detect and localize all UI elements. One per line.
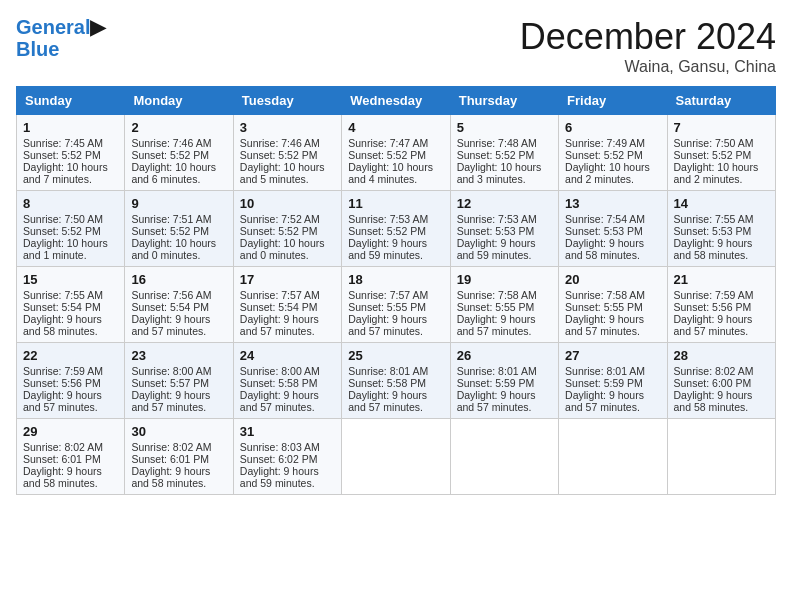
sunrise-text: Sunrise: 7:52 AM	[240, 213, 335, 225]
day-number: 24	[240, 348, 335, 363]
daylight-text: Daylight: 10 hours and 4 minutes.	[348, 161, 443, 185]
sunrise-text: Sunrise: 7:57 AM	[348, 289, 443, 301]
calendar-day-cell: 27Sunrise: 8:01 AMSunset: 5:59 PMDayligh…	[559, 343, 667, 419]
calendar-day-cell: 15Sunrise: 7:55 AMSunset: 5:54 PMDayligh…	[17, 267, 125, 343]
sunset-text: Sunset: 5:52 PM	[131, 225, 226, 237]
sunrise-text: Sunrise: 7:46 AM	[240, 137, 335, 149]
sunrise-text: Sunrise: 7:46 AM	[131, 137, 226, 149]
sunset-text: Sunset: 5:53 PM	[457, 225, 552, 237]
calendar-day-cell: 22Sunrise: 7:59 AMSunset: 5:56 PMDayligh…	[17, 343, 125, 419]
calendar-day-cell: 18Sunrise: 7:57 AMSunset: 5:55 PMDayligh…	[342, 267, 450, 343]
calendar-day-cell: 1Sunrise: 7:45 AMSunset: 5:52 PMDaylight…	[17, 115, 125, 191]
daylight-text: Daylight: 9 hours and 57 minutes.	[348, 313, 443, 337]
day-number: 1	[23, 120, 118, 135]
sunrise-text: Sunrise: 7:55 AM	[23, 289, 118, 301]
sunset-text: Sunset: 5:55 PM	[348, 301, 443, 313]
sunrise-text: Sunrise: 7:53 AM	[457, 213, 552, 225]
day-number: 8	[23, 196, 118, 211]
day-number: 9	[131, 196, 226, 211]
day-number: 29	[23, 424, 118, 439]
sunset-text: Sunset: 5:59 PM	[457, 377, 552, 389]
daylight-text: Daylight: 9 hours and 59 minutes.	[240, 465, 335, 489]
daylight-text: Daylight: 10 hours and 7 minutes.	[23, 161, 118, 185]
day-of-week-header: Saturday	[667, 87, 775, 115]
sunset-text: Sunset: 5:52 PM	[23, 149, 118, 161]
daylight-text: Daylight: 9 hours and 59 minutes.	[457, 237, 552, 261]
logo-text: General▶	[16, 16, 105, 38]
daylight-text: Daylight: 9 hours and 57 minutes.	[674, 313, 769, 337]
day-number: 14	[674, 196, 769, 211]
logo-text-line2: Blue	[16, 38, 105, 60]
sunset-text: Sunset: 5:56 PM	[674, 301, 769, 313]
day-number: 6	[565, 120, 660, 135]
day-of-week-header: Tuesday	[233, 87, 341, 115]
sunrise-text: Sunrise: 8:03 AM	[240, 441, 335, 453]
empty-cell	[450, 419, 558, 495]
calendar-day-cell: 9Sunrise: 7:51 AMSunset: 5:52 PMDaylight…	[125, 191, 233, 267]
calendar-day-cell: 26Sunrise: 8:01 AMSunset: 5:59 PMDayligh…	[450, 343, 558, 419]
calendar-day-cell: 8Sunrise: 7:50 AMSunset: 5:52 PMDaylight…	[17, 191, 125, 267]
day-number: 11	[348, 196, 443, 211]
day-number: 7	[674, 120, 769, 135]
sunrise-text: Sunrise: 8:01 AM	[457, 365, 552, 377]
daylight-text: Daylight: 10 hours and 3 minutes.	[457, 161, 552, 185]
day-number: 27	[565, 348, 660, 363]
day-number: 15	[23, 272, 118, 287]
empty-cell	[559, 419, 667, 495]
calendar-day-cell: 5Sunrise: 7:48 AMSunset: 5:52 PMDaylight…	[450, 115, 558, 191]
calendar-day-cell: 13Sunrise: 7:54 AMSunset: 5:53 PMDayligh…	[559, 191, 667, 267]
sunrise-text: Sunrise: 7:53 AM	[348, 213, 443, 225]
calendar-day-cell: 24Sunrise: 8:00 AMSunset: 5:58 PMDayligh…	[233, 343, 341, 419]
calendar-day-cell: 30Sunrise: 8:02 AMSunset: 6:01 PMDayligh…	[125, 419, 233, 495]
day-number: 31	[240, 424, 335, 439]
sunset-text: Sunset: 5:52 PM	[131, 149, 226, 161]
sunrise-text: Sunrise: 7:45 AM	[23, 137, 118, 149]
sunrise-text: Sunrise: 7:55 AM	[674, 213, 769, 225]
sunset-text: Sunset: 5:52 PM	[240, 149, 335, 161]
empty-cell	[667, 419, 775, 495]
sunset-text: Sunset: 6:00 PM	[674, 377, 769, 389]
sunrise-text: Sunrise: 7:58 AM	[457, 289, 552, 301]
calendar-day-cell: 21Sunrise: 7:59 AMSunset: 5:56 PMDayligh…	[667, 267, 775, 343]
sunset-text: Sunset: 5:57 PM	[131, 377, 226, 389]
day-number: 28	[674, 348, 769, 363]
day-number: 23	[131, 348, 226, 363]
sunset-text: Sunset: 5:58 PM	[240, 377, 335, 389]
empty-cell	[342, 419, 450, 495]
sunset-text: Sunset: 6:01 PM	[131, 453, 226, 465]
month-title: December 2024	[520, 16, 776, 58]
daylight-text: Daylight: 9 hours and 57 minutes.	[131, 313, 226, 337]
sunrise-text: Sunrise: 7:47 AM	[348, 137, 443, 149]
sunset-text: Sunset: 5:59 PM	[565, 377, 660, 389]
daylight-text: Daylight: 9 hours and 58 minutes.	[565, 237, 660, 261]
day-number: 19	[457, 272, 552, 287]
daylight-text: Daylight: 9 hours and 59 minutes.	[348, 237, 443, 261]
daylight-text: Daylight: 9 hours and 57 minutes.	[565, 389, 660, 413]
day-number: 12	[457, 196, 552, 211]
calendar-day-cell: 16Sunrise: 7:56 AMSunset: 5:54 PMDayligh…	[125, 267, 233, 343]
location: Waina, Gansu, China	[520, 58, 776, 76]
day-number: 17	[240, 272, 335, 287]
day-of-week-header: Monday	[125, 87, 233, 115]
sunrise-text: Sunrise: 7:54 AM	[565, 213, 660, 225]
day-number: 26	[457, 348, 552, 363]
calendar-day-cell: 28Sunrise: 8:02 AMSunset: 6:00 PMDayligh…	[667, 343, 775, 419]
daylight-text: Daylight: 9 hours and 57 minutes.	[457, 389, 552, 413]
sunset-text: Sunset: 5:56 PM	[23, 377, 118, 389]
sunset-text: Sunset: 5:52 PM	[240, 225, 335, 237]
calendar-day-cell: 31Sunrise: 8:03 AMSunset: 6:02 PMDayligh…	[233, 419, 341, 495]
calendar-day-cell: 29Sunrise: 8:02 AMSunset: 6:01 PMDayligh…	[17, 419, 125, 495]
calendar-day-cell: 7Sunrise: 7:50 AMSunset: 5:52 PMDaylight…	[667, 115, 775, 191]
calendar-day-cell: 14Sunrise: 7:55 AMSunset: 5:53 PMDayligh…	[667, 191, 775, 267]
calendar-day-cell: 20Sunrise: 7:58 AMSunset: 5:55 PMDayligh…	[559, 267, 667, 343]
sunrise-text: Sunrise: 7:51 AM	[131, 213, 226, 225]
sunrise-text: Sunrise: 8:00 AM	[131, 365, 226, 377]
sunrise-text: Sunrise: 7:59 AM	[674, 289, 769, 301]
sunrise-text: Sunrise: 7:58 AM	[565, 289, 660, 301]
sunrise-text: Sunrise: 8:02 AM	[131, 441, 226, 453]
daylight-text: Daylight: 9 hours and 58 minutes.	[131, 465, 226, 489]
sunset-text: Sunset: 6:01 PM	[23, 453, 118, 465]
daylight-text: Daylight: 9 hours and 58 minutes.	[674, 389, 769, 413]
page-header: General▶ Blue December 2024 Waina, Gansu…	[16, 16, 776, 76]
daylight-text: Daylight: 9 hours and 57 minutes.	[240, 389, 335, 413]
